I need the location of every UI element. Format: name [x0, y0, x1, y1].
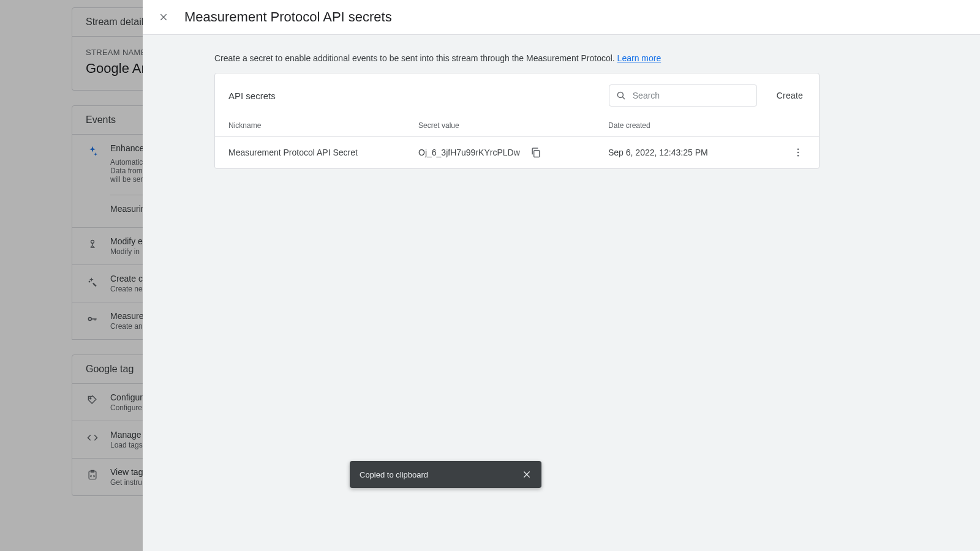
col-date: Date created — [608, 121, 805, 130]
table-header-row: Nickname Secret value Date created — [215, 115, 819, 136]
table-row: Measurement Protocol API Secret Oj_6_3jf… — [215, 136, 819, 168]
row-secret-value: Oj_6_3jfH7u99rKYrcPLDw — [418, 148, 520, 157]
drawer-title: Measurement Protocol API secrets — [184, 9, 392, 25]
create-button[interactable]: Create — [774, 87, 805, 104]
search-icon — [616, 90, 627, 101]
intro-text-content: Create a secret to enable additional eve… — [214, 53, 617, 63]
intro-text: Create a secret to enable additional eve… — [214, 53, 980, 63]
row-date: Sep 6, 2022, 12:43:25 PM — [608, 148, 791, 157]
card-header: API secrets Create — [215, 73, 819, 115]
row-secret-cell: Oj_6_3jfH7u99rKYrcPLDw — [418, 145, 608, 160]
toast-close-button[interactable] — [522, 470, 532, 479]
svg-point-7 — [797, 152, 799, 154]
copy-icon[interactable] — [529, 145, 543, 160]
close-button[interactable] — [156, 10, 171, 24]
card-title: API secrets — [228, 91, 609, 101]
toast-copied: Copied to clipboard — [350, 461, 541, 488]
svg-rect-5 — [533, 151, 539, 157]
drawer-body: Create a secret to enable additional eve… — [143, 35, 980, 551]
learn-more-link[interactable]: Learn more — [617, 53, 662, 63]
svg-point-6 — [797, 148, 799, 150]
search-box[interactable] — [609, 84, 757, 107]
col-nickname: Nickname — [228, 121, 418, 130]
api-secrets-card: API secrets Create Nickname Secret value… — [214, 73, 820, 169]
drawer-header: Measurement Protocol API secrets — [143, 0, 980, 35]
search-input[interactable] — [633, 91, 750, 100]
col-secret: Secret value — [418, 121, 608, 130]
svg-point-4 — [617, 92, 623, 97]
toast-message: Copied to clipboard — [360, 470, 428, 479]
svg-point-8 — [797, 155, 799, 157]
row-nickname: Measurement Protocol API Secret — [228, 148, 418, 157]
api-secrets-drawer: Measurement Protocol API secrets Create … — [143, 0, 980, 551]
more-vert-icon[interactable] — [791, 145, 805, 160]
